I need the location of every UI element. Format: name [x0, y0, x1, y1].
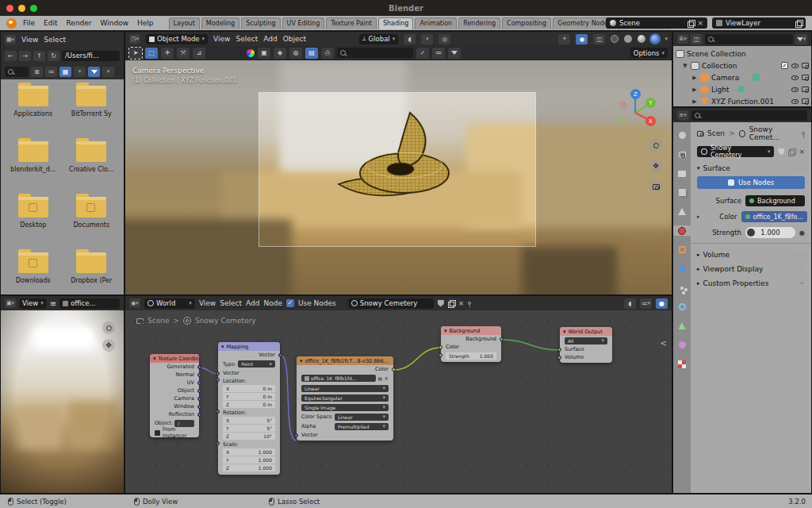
socket-reflection-output[interactable] [197, 413, 201, 417]
workspace-tab-modeling[interactable]: Modeling [201, 17, 239, 29]
render-pass-icon-2[interactable]: ◈ [274, 48, 286, 59]
object-properties-tab[interactable] [676, 244, 688, 255]
decorate-dot-icon[interactable]: ● [799, 229, 805, 237]
new-world-icon[interactable] [448, 300, 454, 306]
world-datablock-selector[interactable]: Snowy Cemetery ▾ [697, 146, 774, 157]
xray-toggle[interactable]: ◫ [593, 34, 605, 44]
workspace-tab-animation[interactable]: Animation [415, 17, 457, 29]
socket-generated-output[interactable] [197, 365, 201, 369]
viewport-render-image[interactable]: Camera Perspective (1) Collection | XYZ … [125, 60, 672, 294]
menu-help[interactable]: Help [137, 19, 154, 27]
particles-properties-tab[interactable] [676, 283, 688, 293]
socket-location-input[interactable] [216, 378, 220, 382]
outliner-search-input[interactable] [705, 34, 793, 44]
open-image-folder-icon[interactable]: ▤ [377, 375, 382, 381]
socket-color-input[interactable] [439, 345, 442, 349]
file-browser-menu-select[interactable]: Select [44, 36, 66, 44]
fake-user-shield-icon[interactable] [778, 148, 784, 156]
tool-tweak-cursor[interactable]: ➤ [129, 48, 142, 59]
use-nodes-label[interactable]: Use Nodes [298, 299, 336, 307]
socket-rotation-input[interactable] [216, 410, 220, 414]
socket-color-output[interactable] [392, 368, 396, 371]
folder-blenderkit[interactable]: blenderkit_d... [4, 141, 63, 197]
custom-properties-panel-header[interactable]: ▸ Custom Properties = [697, 277, 805, 290]
collection-checkbox[interactable]: ✓ [781, 62, 788, 69]
from-instancer-checkbox[interactable]: From Instancer [150, 428, 199, 437]
workspace-tab-shading[interactable]: Shading [378, 17, 414, 29]
image-datablock-field[interactable]: office_1K_f8fb1fd... [301, 375, 376, 382]
tool-properties-tab[interactable] [676, 130, 688, 140]
filter-settings-dropdown[interactable]: ▾ [102, 67, 114, 77]
outliner-row-light[interactable]: ▶ Light [676, 83, 809, 95]
render-pass-icon-1[interactable]: ▣ [258, 48, 270, 59]
menu-edit[interactable]: Edit [44, 19, 57, 27]
outliner-row-scene-collection[interactable]: Scene Collection [676, 48, 809, 60]
node-environment-texture[interactable]: ▾ office_1K_f8fb1fc7...8-e30.8664d4b45.e… [297, 356, 393, 441]
refresh-button[interactable]: ↻ [48, 51, 59, 61]
render-properties-tab[interactable] [676, 149, 688, 160]
socket-vector-input[interactable] [294, 433, 298, 437]
editor-type-image-icon[interactable]: ▣▾ [5, 298, 16, 308]
node-graph-canvas[interactable]: Scene > Snowy Cemetery < ▾ Texture Coord… [125, 310, 672, 493]
folder-bittorrent[interactable]: BitTorrent Sy [63, 86, 121, 141]
socket-camera-output[interactable] [197, 397, 201, 401]
editor-type-properties-icon[interactable]: ≡▾ [677, 110, 688, 120]
location-x-field[interactable]: X0 m [223, 385, 275, 392]
workspace-tab-layout[interactable]: Layout [169, 17, 200, 29]
overlay-dropdown[interactable]: ≔▾ [640, 298, 652, 309]
socket-normal-output[interactable] [197, 373, 201, 377]
location-z-field[interactable]: Z0 m [223, 401, 275, 408]
environment-texture-preview[interactable]: ✥ [1, 310, 124, 493]
interpolation-dropdown[interactable]: Linear▾ [301, 385, 389, 392]
disable-render-icon[interactable] [802, 87, 809, 92]
volume-panel-header[interactable]: ▸ Volume :::: [697, 248, 805, 261]
xyz-function-object[interactable] [327, 106, 470, 214]
display-vertical-list-button[interactable]: ≣ [31, 67, 43, 77]
scale-y-field[interactable]: Y1.000 [223, 456, 275, 464]
file-path-field[interactable]: /Users/fi... [62, 51, 120, 61]
hide-eye-icon[interactable] [791, 75, 799, 80]
workspace-tab-uv-editing[interactable]: UV Editing [282, 17, 325, 29]
folder-applications[interactable]: Applications [4, 86, 63, 141]
hide-eye-icon[interactable] [791, 64, 799, 68]
outliner-row-xyz-function[interactable]: ▶ XYZ Function.001 [676, 95, 809, 107]
image-zoom-button[interactable] [102, 321, 115, 334]
mapping-type-dropdown[interactable]: Point▾ [238, 360, 275, 368]
axis-z-ball[interactable]: Z [630, 89, 641, 99]
disable-render-icon[interactable] [802, 98, 809, 104]
folder-creative-cloud[interactable]: Creative Clo... [63, 141, 121, 197]
image-editor-mode-dropdown[interactable]: View▾ [19, 298, 47, 309]
nav-back-button[interactable]: ← [5, 51, 17, 61]
disable-render-icon[interactable] [802, 63, 809, 68]
overlays-toggle[interactable]: ◉ [576, 34, 588, 44]
output-properties-tab[interactable] [676, 168, 688, 179]
hamburger-menu-icon[interactable]: ≡ [50, 299, 56, 308]
workspace-tab-sculpting[interactable]: Sculpting [241, 17, 280, 29]
viewport-zoom-button[interactable] [649, 138, 663, 152]
socket-uv-output[interactable] [197, 381, 201, 385]
shading-material-preview-button[interactable] [638, 35, 645, 43]
expand-icon[interactable]: ▸ [697, 214, 700, 220]
shader-menu-node[interactable]: Node [263, 299, 282, 307]
use-nodes-button[interactable]: Use Nodes [697, 176, 805, 189]
unlink-scene-icon[interactable]: × [697, 20, 703, 27]
constraints-properties-tab[interactable] [676, 321, 688, 331]
shader-type-dropdown[interactable]: World ▾ [144, 298, 195, 309]
shader-menu-view[interactable]: View [199, 299, 216, 307]
snapping-icon[interactable]: ◖ [624, 298, 636, 309]
socket-volume-input[interactable] [557, 356, 561, 360]
viewport-display-panel-header[interactable]: ▸ Viewport Display :::: [697, 263, 805, 275]
disable-render-icon[interactable] [802, 75, 809, 80]
breadcrumb-world[interactable]: Snowy Cemet... [749, 125, 799, 141]
projection-dropdown[interactable]: Equirectangular▾ [301, 394, 389, 402]
strength-slider[interactable]: 1.000 [745, 227, 795, 238]
socket-scale-input[interactable] [216, 441, 220, 445]
file-search-input[interactable] [5, 67, 29, 77]
outliner-display-mode-icon[interactable]: ◫ [691, 34, 703, 44]
color-space-dropdown[interactable]: Linear▾ [335, 414, 389, 421]
render-pass-icon-3[interactable]: ◍ [289, 48, 302, 59]
fake-user-shield-icon[interactable] [438, 300, 444, 307]
options-dropdown[interactable]: Options▾ [630, 48, 668, 58]
scene-properties-tab[interactable] [676, 206, 688, 217]
expand-triangle-icon[interactable]: ▼ [682, 63, 688, 69]
